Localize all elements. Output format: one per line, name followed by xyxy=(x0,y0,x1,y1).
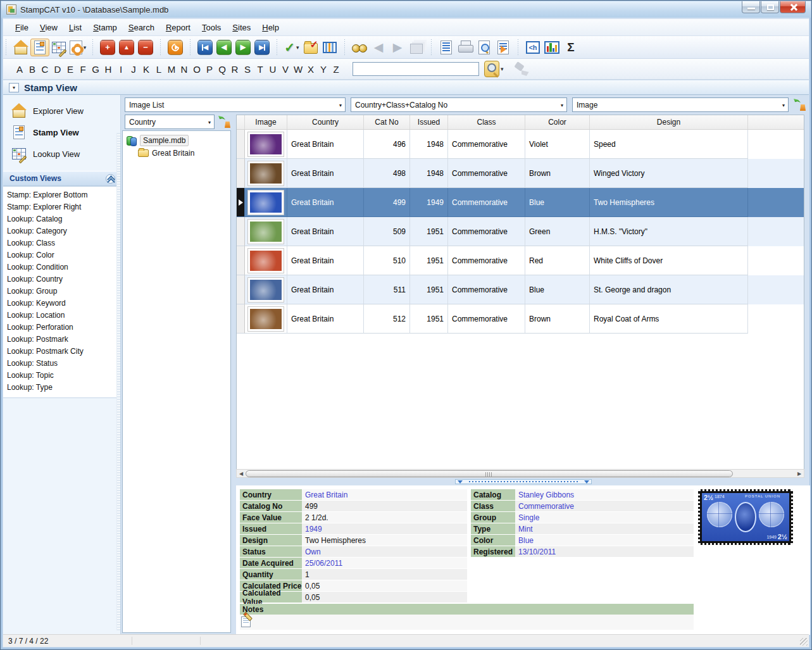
detail-value[interactable]: Single xyxy=(515,512,694,523)
scroll-right-arrow-icon[interactable]: ▶ xyxy=(795,470,804,477)
alphabet-letter[interactable]: K xyxy=(140,64,153,75)
detail-value[interactable]: 25/06/2011 xyxy=(302,558,467,569)
options-button[interactable]: ▾ xyxy=(68,39,87,56)
explorer-view-button[interactable] xyxy=(11,39,30,56)
next-record-button[interactable]: ▶ xyxy=(234,39,253,56)
chevron-down-icon[interactable]: ▾ xyxy=(561,103,563,108)
row-selector[interactable] xyxy=(237,217,245,246)
menu-item[interactable]: Help xyxy=(256,20,285,35)
row-selector[interactable] xyxy=(237,159,245,188)
custom-view-item[interactable]: Lookup: Topic xyxy=(3,370,118,382)
alphabet-letter[interactable]: J xyxy=(127,64,140,75)
custom-view-item[interactable]: Lookup: Status xyxy=(3,358,118,370)
scroll-left-arrow-icon[interactable]: ◀ xyxy=(237,470,246,477)
alphabet-letter[interactable]: F xyxy=(77,64,89,75)
find-button[interactable] xyxy=(350,39,369,56)
print-preview-button[interactable] xyxy=(475,39,494,56)
menu-item[interactable]: Stamp xyxy=(87,20,123,35)
custom-view-item[interactable]: Lookup: Class xyxy=(3,237,118,249)
alphabet-letter[interactable]: U xyxy=(266,64,279,75)
sidebar-item-explorer-view[interactable]: Explorer View xyxy=(3,100,120,122)
row-selector[interactable] xyxy=(237,275,245,304)
menu-item[interactable]: Search xyxy=(123,20,160,35)
detail-value[interactable]: Blue xyxy=(515,535,694,546)
alphabet-letter[interactable]: Y xyxy=(317,64,330,75)
last-record-button[interactable]: ▶ xyxy=(253,39,272,56)
alphabet-letter[interactable]: P xyxy=(203,64,216,75)
table-row[interactable]: Great Britain 510 1951 Commemorative Red… xyxy=(237,246,804,275)
table-row[interactable]: Great Britain 496 1948 Commemorative Vio… xyxy=(237,130,804,159)
custom-view-item[interactable]: Lookup: Category xyxy=(3,225,118,237)
detail-value[interactable]: Own xyxy=(302,546,467,558)
alphabet-letter[interactable]: Q xyxy=(216,64,228,75)
apply-view-icon[interactable] xyxy=(794,98,806,111)
delete-stamp-button[interactable]: − xyxy=(136,39,155,56)
custom-view-item[interactable]: Stamp: Explorer Right xyxy=(3,201,118,213)
custom-view-item[interactable]: Lookup: Postmark City xyxy=(3,346,118,358)
previous-record-button[interactable]: ◀ xyxy=(215,39,234,56)
column-header-color[interactable]: Color xyxy=(525,115,590,129)
menu-item[interactable]: List xyxy=(63,20,87,35)
apply-filter-button[interactable]: ✓▾ xyxy=(282,39,301,56)
sidebar-item-lookup-view[interactable]: Lookup View xyxy=(3,143,120,165)
scrollbar-thumb[interactable] xyxy=(246,470,733,477)
detail-value[interactable]: Great Britain xyxy=(302,489,467,501)
sidebar-item-stamp-view[interactable]: Stamp View xyxy=(3,122,120,143)
custom-view-item[interactable]: Lookup: Perforation xyxy=(3,322,118,334)
minimize-button[interactable] xyxy=(742,1,760,13)
detail-value[interactable]: 499 xyxy=(302,501,467,512)
print-button[interactable] xyxy=(456,39,475,56)
search-go-button[interactable] xyxy=(484,61,499,77)
alphabet-letter[interactable]: X xyxy=(304,64,317,75)
detail-value[interactable]: Commemorative xyxy=(515,501,694,512)
tree-root-node[interactable]: Sample.mdb xyxy=(127,135,230,146)
sidebar-scrollbar[interactable] xyxy=(116,133,120,630)
html-report-button[interactable]: <h xyxy=(523,39,542,56)
chevron-down-icon[interactable]: ▾ xyxy=(782,103,785,108)
detail-value[interactable]: 2 1/2d. xyxy=(302,512,467,523)
custom-view-item[interactable]: Lookup: Country xyxy=(3,273,118,285)
custom-view-item[interactable]: Stamp: Explorer Bottom xyxy=(3,189,118,201)
menu-item[interactable]: Report xyxy=(160,20,196,35)
column-header-country[interactable]: Country xyxy=(287,115,364,129)
custom-view-item[interactable]: Lookup: Type xyxy=(3,382,118,394)
alphabet-letter[interactable]: B xyxy=(26,64,39,75)
resize-grip-icon[interactable] xyxy=(800,638,808,646)
chevron-down-icon[interactable]: ▾ xyxy=(208,120,211,125)
sort-order-combobox[interactable]: Country+Class+Catalog No ▾ xyxy=(351,97,567,112)
table-row[interactable]: Great Britain 509 1951 Commemorative Gre… xyxy=(237,217,804,246)
chevron-down-icon[interactable]: ▾ xyxy=(296,44,299,51)
alphabet-letter[interactable]: H xyxy=(102,64,115,75)
alphabet-letter[interactable]: T xyxy=(254,64,266,75)
view-list-combobox[interactable]: Image List ▾ xyxy=(125,97,346,112)
custom-view-item[interactable]: Lookup: Location xyxy=(3,309,118,322)
sum-button[interactable]: Σ xyxy=(561,39,580,56)
detail-value[interactable]: 13/10/2011 xyxy=(515,546,694,558)
alphabet-letter[interactable]: E xyxy=(64,64,77,75)
edit-notes-icon[interactable] xyxy=(241,616,251,627)
detail-value[interactable]: 0,05 xyxy=(302,592,467,603)
row-selector[interactable] xyxy=(237,130,245,159)
alphabet-letter[interactable]: N xyxy=(178,64,191,75)
edit-stamp-button[interactable]: ▲ xyxy=(117,39,136,56)
custom-view-item[interactable]: Lookup: Postmark xyxy=(3,334,118,346)
detail-value[interactable]: 0,05 xyxy=(302,580,467,592)
copies-button[interactable] xyxy=(407,39,426,56)
tree-filter-combobox[interactable]: Country ▾ xyxy=(125,115,215,129)
column-header-catno[interactable]: Cat No xyxy=(364,115,410,129)
custom-view-item[interactable]: Lookup: Keyword xyxy=(3,297,118,309)
menu-item[interactable]: File xyxy=(9,20,34,35)
horizontal-scrollbar[interactable]: ◀ ▶ xyxy=(236,469,804,478)
custom-view-item[interactable]: Lookup: Condition xyxy=(3,261,118,273)
row-selector[interactable] xyxy=(237,246,245,275)
stamp-view-button[interactable] xyxy=(30,39,49,56)
column-header-image[interactable]: Image xyxy=(245,115,287,129)
splitter-handle[interactable] xyxy=(455,479,592,484)
alphabet-letter[interactable]: Z xyxy=(330,64,342,75)
columns-button[interactable] xyxy=(320,39,339,56)
lookup-view-button[interactable] xyxy=(49,39,68,56)
row-selector[interactable] xyxy=(237,304,245,334)
custom-views-header[interactable]: Custom Views xyxy=(3,171,120,186)
panel-splitter[interactable] xyxy=(236,479,810,484)
notes-area[interactable] xyxy=(240,615,694,630)
